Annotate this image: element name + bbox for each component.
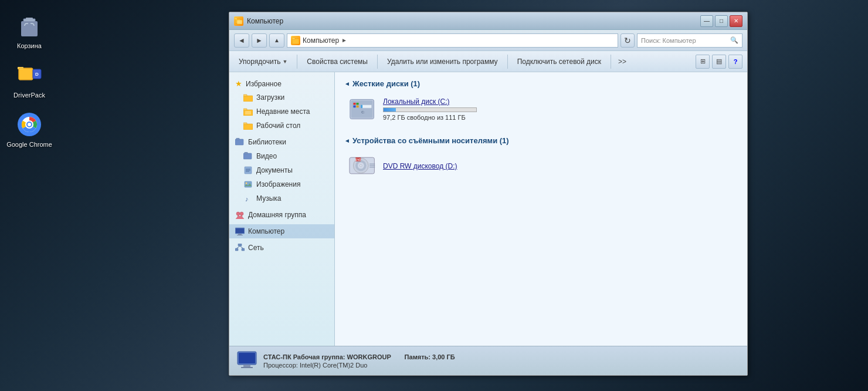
explorer-window: Компьютер — □ ✕ ◄ ► ▲ Компьютер [229,12,748,376]
sidebar-desktop[interactable]: Рабочий стол [229,119,334,133]
svg-rect-45 [238,234,242,235]
svg-rect-19 [235,18,237,19]
toolbar-separator-3 [507,55,508,69]
removable-title: Устройства со съёмными носителями (1) [352,136,509,145]
svg-rect-0 [21,21,38,36]
svg-line-51 [240,246,243,248]
svg-rect-30 [235,139,243,145]
close-button[interactable]: ✕ [730,15,742,27]
homegroup-label: Домашняя группа [248,211,306,219]
dvd-drive-d-item[interactable]: DVD DVD RW дисковод (D:) [344,151,738,181]
back-button[interactable]: ◄ [234,33,249,48]
google-chrome-icon[interactable]: Google Chrome [6,110,53,148]
svg-rect-31 [236,138,239,140]
recycle-bin-icon[interactable]: Корзина [6,12,53,49]
sidebar-libraries-header[interactable]: Библиотеки [229,135,334,149]
toolbar-separator-2 [377,55,378,69]
network-label: Сеть [248,244,264,252]
libraries-icon [235,137,245,147]
connect-drive-label: Подключить сетевой диск [517,58,601,66]
organize-label: Упорядочить [239,58,280,66]
sidebar-recent[interactable]: Недавние места [229,105,334,119]
libraries-section: Библиотеки Видео [229,135,334,205]
sidebar-favorites-label: Избранное [246,80,282,88]
local-disk-c-item[interactable]: C: Локальный диск (C:) 97,2 ГБ свободно … [344,94,738,124]
svg-rect-32 [243,153,252,159]
minimize-button[interactable]: — [700,15,713,27]
svg-point-66 [360,164,362,167]
desktop-folder-icon [243,121,253,130]
search-bar[interactable]: Поиск: Компьютер 🔍 [637,33,742,48]
svg-rect-7 [19,68,33,80]
svg-rect-20 [237,20,242,24]
documents-icon [243,166,253,175]
desktop: Корзина D DriverPack [0,0,868,391]
sidebar-music[interactable]: ♪ Музыка [229,191,334,205]
svg-text:D: D [35,72,39,77]
sidebar-images[interactable]: Изображения [229,177,334,191]
sidebar-downloads[interactable]: Загрузки [229,90,334,105]
images-icon [243,180,253,189]
organize-button[interactable]: Упорядочить ▼ [234,56,292,68]
toolbar-separator-4 [611,55,611,69]
svg-rect-46 [237,235,243,235]
svg-rect-49 [242,248,245,251]
sidebar-computer[interactable]: Компьютер [229,224,334,238]
sidebar-network[interactable]: Сеть [229,241,334,255]
title-bar-left: Компьютер [234,16,283,26]
window-controls: — □ ✕ [700,15,742,27]
view-toggle-button[interactable]: ▤ [712,55,726,69]
svg-line-50 [237,246,240,248]
downloads-folder-icon [243,93,253,102]
computer-section: Компьютер [229,224,334,238]
svg-rect-55 [353,103,355,105]
recent-folder-icon [243,107,253,116]
google-chrome-label: Google Chrome [6,141,52,148]
svg-rect-60 [361,105,362,109]
help-button[interactable]: ? [728,55,742,69]
uninstall-program-button[interactable]: Удалить или изменить программу [382,56,503,68]
address-bar[interactable]: Компьютер ► [287,33,618,48]
sidebar-video[interactable]: Видео [229,149,334,163]
up-button[interactable]: ▲ [269,33,284,48]
forward-button[interactable]: ► [252,33,267,48]
sidebar-documents[interactable]: Документы [229,163,334,177]
computer-icon [235,227,245,236]
svg-rect-44 [236,228,244,233]
system-properties-button[interactable]: Свойства системы [302,56,372,68]
dvd-drive-d-name: DVD RW дисковод (D:) [383,162,457,170]
homegroup-icon [235,210,245,220]
driverpack-image: D [15,61,43,89]
content-area: ★ Избранное Загрузки [229,72,747,346]
refresh-button[interactable]: ↻ [621,33,635,48]
title-bar-text: Компьютер [247,17,283,25]
svg-rect-24 [243,95,247,96]
google-chrome-image [15,110,43,139]
more-toolbar-button[interactable]: >> [616,56,629,67]
removable-header: Устройства со съёмными носителями (1) [344,136,738,145]
driverpack-icon[interactable]: D DriverPack [6,61,53,99]
svg-text:C:: C: [361,110,365,114]
title-bar-icon [234,16,243,26]
dvd-drive-d-info: DVD RW дисковод (D:) [383,162,457,170]
status-processor: Процессор: Intel(R) Core(TM)2 Duo [263,362,455,369]
network-icon [235,243,245,252]
sidebar-homegroup[interactable]: Домашняя группа [229,208,334,222]
view-options-button[interactable]: ⊞ [696,55,710,69]
homegroup-section: Домашняя группа [229,208,334,222]
toolbar: Упорядочить ▼ Свойства системы Удалить и… [229,51,747,72]
search-placeholder-text: Поиск: Компьютер [641,37,696,44]
svg-rect-29 [243,123,247,124]
toolbar-right: ⊞ ▤ ? [696,55,742,69]
connect-drive-button[interactable]: Подключить сетевой диск [513,56,606,68]
status-info: СТАС-ПК Рабочая группа: WORKGROUP Память… [263,353,455,369]
driverpack-label: DriverPack [13,92,45,99]
images-label: Изображения [256,180,300,188]
removable-section: Устройства со съёмными носителями (1) [344,136,738,181]
local-disk-c-name: Локальный диск (C:) [383,97,477,106]
search-icon: 🔍 [730,36,738,44]
maximize-button[interactable]: □ [715,15,728,27]
sidebar-favorites-header[interactable]: ★ Избранное [229,77,334,90]
dvd-drive-d-icon: DVD [349,154,377,178]
desktop-label: Рабочий стол [256,122,300,130]
